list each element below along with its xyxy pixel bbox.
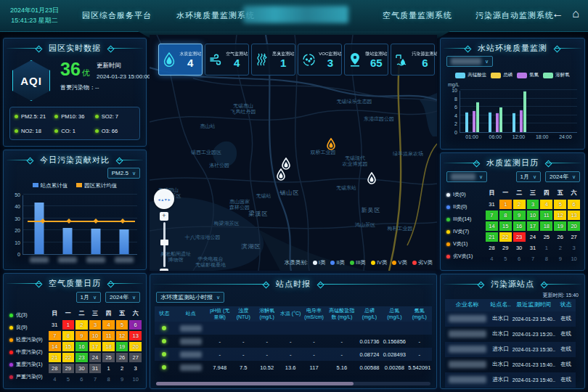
calendar-day[interactable]: 20 (129, 342, 142, 351)
bar[interactable] (62, 228, 72, 254)
map-filter-water-drop[interactable]: 水质监测站4 (158, 44, 203, 75)
calendar-day[interactable]: 28 (486, 243, 498, 253)
calendar-day[interactable]: 27 (568, 232, 580, 242)
calendar-day[interactable]: 3 (129, 364, 142, 373)
calendar-day[interactable]: 10 (89, 331, 102, 340)
calendar-day[interactable]: 10 (129, 375, 142, 384)
map-filter-voc[interactable]: VOC监测站3 (298, 44, 342, 75)
back-arrow-icon[interactable]: ← (552, 7, 563, 20)
legend-item[interactable]: 站点累计值 (33, 182, 68, 189)
calendar-day[interactable]: 4 (486, 254, 498, 264)
calendar-day[interactable]: 27 (129, 353, 142, 362)
report-type-select[interactable]: 水环境监测站小时报∨ (156, 292, 224, 303)
legend-item[interactable]: 总磷 (491, 72, 513, 78)
table-row[interactable] (155, 322, 432, 335)
calendar-day[interactable]: 28 (49, 364, 61, 373)
table-row[interactable]: ------0.087240.028493- (155, 348, 432, 361)
calendar-day[interactable]: 15 (499, 221, 512, 231)
month-select[interactable]: 1月∨ (76, 292, 102, 303)
calendar-day[interactable]: 7 (89, 375, 102, 384)
calendar-day[interactable]: 6 (129, 320, 142, 330)
map-marker-water[interactable] (367, 172, 377, 187)
bar[interactable] (34, 203, 44, 254)
calendar-day[interactable]: 17 (527, 221, 539, 231)
calendar-day[interactable]: 11 (540, 211, 552, 220)
nav-park-platform[interactable]: 园区综合服务平台 (82, 10, 152, 21)
calendar-day[interactable]: 7 (486, 211, 498, 220)
calendar-day[interactable]: 1 (540, 243, 552, 253)
calendar-day[interactable]: 9 (554, 254, 566, 264)
calendar-day[interactable]: 17 (89, 342, 102, 351)
calendar-day[interactable]: 29 (499, 243, 512, 253)
bar[interactable] (523, 90, 526, 132)
calendar-day[interactable]: 5 (554, 200, 566, 209)
bar[interactable] (91, 229, 101, 254)
calendar-day[interactable]: 30 (513, 243, 526, 253)
calendar-day[interactable]: 18 (540, 221, 552, 231)
calendar-day[interactable]: 23 (75, 353, 88, 362)
calendar-day[interactable]: 2 (116, 364, 128, 373)
map-filter-pollution[interactable]: 污染源监测站6 (391, 44, 435, 75)
calendar-day[interactable]: 3 (89, 320, 102, 330)
calendar-day[interactable]: 20 (568, 221, 580, 231)
calendar-day[interactable]: 12 (116, 331, 128, 340)
calendar-day[interactable]: 22 (499, 232, 512, 242)
calendar-day[interactable]: 2 (75, 320, 88, 330)
bar[interactable] (469, 131, 472, 132)
calendar-day[interactable]: 4 (49, 375, 61, 384)
calendar-day[interactable]: 5 (62, 375, 75, 384)
bar[interactable] (492, 131, 495, 132)
calendar-day[interactable]: 16 (513, 221, 526, 231)
zoom-track[interactable] (163, 222, 166, 267)
map-pan-control[interactable] (154, 189, 174, 209)
table-row[interactable]: 出水口2024-01-23 15:40..在线 (445, 311, 576, 327)
calendar-day[interactable]: 2 (513, 200, 526, 209)
calendar-day[interactable]: 24 (527, 232, 539, 242)
table-row[interactable]: 出水口2024-01-23 15:20..在线 (445, 327, 576, 342)
calendar-day[interactable]: 26 (116, 353, 128, 362)
zoom-in-button[interactable]: + (160, 212, 168, 221)
calendar-day[interactable]: 3 (527, 200, 539, 209)
calendar-day[interactable]: 25 (540, 232, 552, 242)
pollutant-select[interactable]: PM2.5∨ (107, 168, 140, 179)
calendar-day[interactable]: 14 (49, 342, 61, 351)
calendar-day[interactable]: 4 (102, 320, 115, 330)
calendar-day[interactable]: 1 (102, 364, 115, 373)
calendar-day[interactable]: 13 (129, 331, 142, 340)
calendar-day[interactable]: 13 (568, 211, 580, 220)
nav-air-system[interactable]: 空气质量监测系统 (383, 10, 452, 21)
calendar-day[interactable]: 5 (116, 320, 128, 330)
map-marker-water-alert[interactable] (327, 138, 336, 153)
legend-item[interactable]: 溶解氧 (543, 72, 570, 78)
bar[interactable] (520, 109, 523, 132)
map-filter-wind[interactable]: 空气监测站4 (205, 44, 249, 75)
calendar-day[interactable]: 12 (554, 211, 566, 220)
calendar-day[interactable]: 6 (513, 254, 526, 264)
calendar-day[interactable]: 30 (75, 364, 88, 373)
calendar-day[interactable]: 1 (62, 320, 75, 330)
calendar-day[interactable]: 7 (49, 331, 61, 340)
calendar-day[interactable]: 19 (554, 221, 566, 231)
bar[interactable] (120, 229, 129, 254)
calendar-day[interactable]: 25 (102, 353, 115, 362)
calendar-day[interactable]: 15 (62, 342, 75, 351)
bar[interactable] (489, 111, 491, 132)
zoom-handle[interactable] (160, 240, 168, 245)
bar[interactable] (513, 112, 515, 132)
year-select[interactable]: 2024年∨ (545, 171, 580, 182)
legend-item[interactable]: 园区累计均值 (76, 182, 117, 189)
calendar-day[interactable]: 9 (116, 375, 128, 384)
table-row[interactable]: ------0.017360.156856- (155, 335, 432, 348)
calendar-day[interactable]: 19 (116, 342, 128, 351)
calendar-day[interactable]: 6 (75, 375, 88, 384)
year-select[interactable]: 2024年∨ (105, 292, 140, 303)
bar[interactable] (473, 110, 475, 132)
calendar-day[interactable]: 16 (75, 342, 88, 351)
calendar-day[interactable]: 10 (527, 211, 539, 220)
map-filter-odor[interactable]: 恶臭监测站1 (251, 44, 295, 75)
station-select-redacted[interactable]: ∨ (446, 56, 493, 67)
calendar-day[interactable]: 1 (499, 200, 512, 209)
calendar-day[interactable]: 7 (527, 254, 539, 264)
map-marker-water[interactable] (277, 168, 286, 184)
calendar-day[interactable]: 5 (499, 254, 512, 264)
